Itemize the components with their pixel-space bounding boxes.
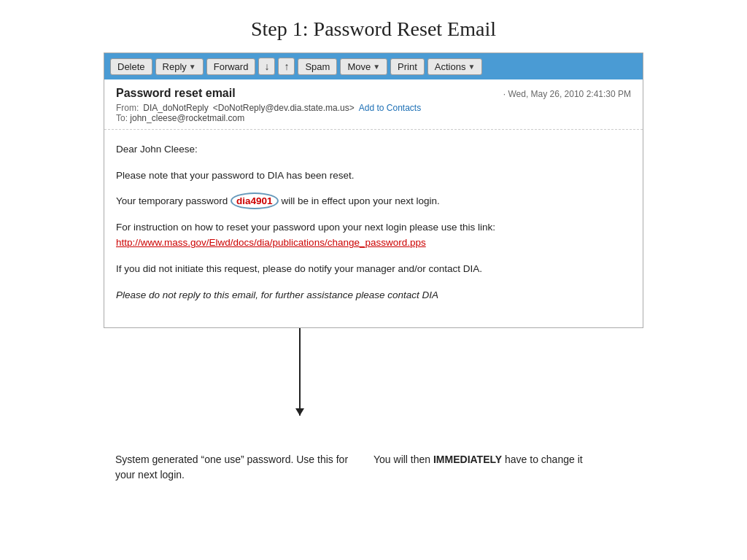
email-subject: Password reset email [116, 87, 236, 100]
email-body: Dear John Cleese: Please note that your … [104, 130, 643, 327]
line1: Please note that your password to DIA ha… [116, 168, 631, 184]
line4: If you did not initiate this request, pl… [116, 261, 631, 277]
annotation-right: You will then IMMEDIATELY have to change… [374, 452, 632, 483]
annotation-area [104, 328, 643, 445]
to-label: To: [116, 113, 128, 123]
to-line: To: john_cleese@rocketmail.com [116, 113, 631, 123]
password-display: dia4901 [231, 192, 279, 209]
footer: Please do not reply to this email, for f… [116, 287, 631, 303]
delete-button[interactable]: Delete [110, 58, 152, 75]
email-date: · Wed, May 26, 2010 2:41:30 PM [503, 89, 631, 99]
line2: Your temporary password dia4901 will be … [116, 193, 631, 209]
from-email: <DoNotReply@dev.dia.state.ma.us> [213, 103, 355, 113]
reply-dropdown-arrow: ▼ [189, 63, 196, 71]
greeting: Dear John Cleese: [116, 141, 631, 158]
email-meta: From: DIA_doNotReply <DoNotReply@dev.dia… [116, 103, 631, 123]
actions-button[interactable]: Actions ▼ [427, 58, 483, 75]
print-button[interactable]: Print [390, 58, 425, 75]
from-line: From: DIA_doNotReply <DoNotReply@dev.dia… [116, 103, 631, 113]
move-down-icon-button[interactable]: ↓ [258, 58, 275, 75]
annotation-arrow [299, 328, 301, 416]
reset-link[interactable]: http://www.mass.gov/Elwd/docs/dia/public… [116, 237, 426, 248]
actions-dropdown-arrow: ▼ [468, 63, 475, 71]
spam-button[interactable]: Spam [298, 58, 337, 75]
move-button[interactable]: Move ▼ [340, 58, 387, 75]
page-title: Step 1: Password Reset Email [0, 0, 747, 52]
subject-line: Password reset email · Wed, May 26, 2010… [116, 87, 631, 100]
annotation-left: System generated “one use” password. Use… [115, 452, 374, 483]
line3: For instruction on how to reset your pas… [116, 219, 631, 251]
reply-button[interactable]: Reply ▼ [155, 58, 204, 75]
to-address: john_cleese@rocketmail.com [130, 113, 244, 123]
from-label: From: [116, 103, 139, 113]
add-to-contacts-link[interactable]: Add to Contacts [359, 103, 421, 113]
move-up-icon-button[interactable]: ↑ [278, 58, 295, 75]
from-name: DIA_doNotReply [143, 103, 208, 113]
email-container: Delete Reply ▼ Forward ↓ ↑ Spam Move ▼ P… [104, 52, 643, 328]
move-dropdown-arrow: ▼ [373, 63, 380, 71]
forward-button[interactable]: Forward [206, 58, 256, 75]
email-header: Password reset email · Wed, May 26, 2010… [104, 79, 643, 130]
annotations: System generated “one use” password. Use… [104, 445, 643, 490]
toolbar: Delete Reply ▼ Forward ↓ ↑ Spam Move ▼ P… [104, 53, 643, 79]
